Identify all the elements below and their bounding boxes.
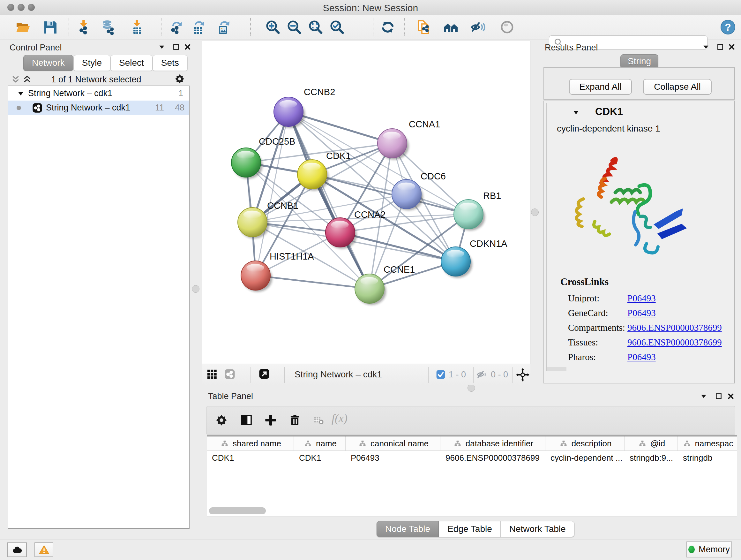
tab-edge-table[interactable]: Edge Table [439,521,501,537]
export-image-icon[interactable] [215,19,232,36]
crosslink-link[interactable]: 9606.ENSP00000378699 [627,337,722,348]
open-session-icon[interactable] [15,19,31,36]
crosslink-link[interactable]: P06493 [627,308,656,318]
selected-node-edge-count: 1 - 0 [449,370,466,380]
detach-view-icon[interactable] [259,368,270,379]
help-icon[interactable]: ? [720,19,736,36]
panel-float-icon[interactable] [713,391,724,401]
column-header--id[interactable]: @id [624,436,678,450]
import-table-icon[interactable] [129,19,145,36]
crosslink-row: Compartments:9606.ENSP00000378699 [568,320,728,335]
network-node[interactable] [454,199,483,229]
tab-sets[interactable]: Sets [152,55,188,71]
show-columns-icon[interactable] [237,411,256,429]
network-node[interactable] [378,129,407,159]
gene-entry: CDK1 cyclin-dependent kinase 1 [546,103,732,371]
import-network-database-icon[interactable] [100,19,117,36]
panel-collapse-icon[interactable] [156,42,167,52]
gene-symbol: CDK1 [595,106,623,118]
panel-close-icon[interactable] [725,391,736,401]
zoom-in-icon[interactable] [265,19,281,36]
selected-checkbox-icon[interactable] [435,369,446,380]
table-row[interactable]: CDK1CDK1P064939606.ENSP00000378699cyclin… [207,451,737,465]
hidden-eye-icon[interactable] [476,369,487,380]
table-panel: Table Panel f(x) shared namenamecanonica… [202,391,741,538]
vertical-splitter-right[interactable] [531,41,539,386]
panel-float-icon[interactable] [715,42,726,52]
current-network-indicator [17,106,21,110]
zoom-selected-icon[interactable] [329,19,345,36]
panel-close-icon[interactable] [726,42,737,52]
results-button-bar: Expand All Collapse All [543,67,735,100]
network-node[interactable] [297,160,327,189]
network-view-canvas[interactable]: CCNB2CCNA1CDC25BCDK1CDC6RB1CCNB1CCNA2CDK… [202,41,530,364]
memory-button[interactable]: Memory [686,542,732,557]
tree-expander-icon[interactable] [15,88,26,99]
warnings-button[interactable] [35,543,53,557]
birds-eye-toggle-icon[interactable] [516,368,529,381]
new-network-from-selection-icon[interactable] [415,19,432,36]
show-grid-icon[interactable] [206,369,217,380]
tab-network[interactable]: Network [23,55,73,71]
column-type-icon [452,438,463,449]
column-header-name[interactable]: name [294,436,346,450]
network-overview-icon[interactable] [224,369,235,380]
column-header-namespac[interactable]: namespac [678,436,737,450]
tab-style[interactable]: Style [73,55,111,71]
network-options-gear-icon[interactable] [174,73,185,84]
column-header-canonical-name[interactable]: canonical name [346,436,441,450]
node-label: CCNA2 [354,209,386,220]
results-panel: Results Panel String Expand All Collapse… [539,41,741,386]
tab-string[interactable]: String [620,54,658,68]
zoom-fit-icon[interactable] [307,19,324,36]
panel-collapse-icon[interactable] [700,42,711,52]
apply-layout-icon[interactable] [380,19,396,36]
results-hscrollbar[interactable] [547,367,566,371]
panel-collapse-icon[interactable] [698,391,709,401]
node-label: CCNE1 [384,264,415,274]
splitter-handle[interactable] [531,208,539,216]
column-header-database-identifier[interactable]: database identifier [441,436,545,450]
export-table-icon[interactable] [190,19,207,36]
string-network-graph[interactable]: CCNB2CCNA1CDC25BCDK1CDC6RB1CCNB1CCNA2CDK… [202,41,530,364]
column-type-icon [558,438,569,449]
first-neighbors-icon[interactable] [443,19,459,36]
cloud-status-button[interactable] [7,543,27,557]
panel-float-icon[interactable] [171,42,182,52]
column-type-icon [219,438,230,449]
hide-selected-icon[interactable] [470,19,486,36]
table-hscrollbar-thumb[interactable] [209,507,266,514]
vertical-splitter-left[interactable] [190,41,201,530]
table-cell: stringdb:9... [624,451,678,465]
collapse-all-button[interactable]: Collapse All [643,79,712,95]
crosslink-row: Tissues:9606.ENSP00000378699 [568,335,728,350]
tab-node-table[interactable]: Node Table [377,521,439,537]
network-row[interactable]: String Network – cdk1 11 48 [8,101,189,115]
network-node[interactable] [274,97,303,126]
export-network-icon[interactable] [168,19,185,36]
create-column-icon[interactable] [261,411,280,429]
entry-expander-icon[interactable] [570,107,582,118]
zoom-out-icon[interactable] [286,19,302,36]
splitter-handle[interactable] [192,285,199,293]
network-collection-row[interactable]: String Network – cdk1 1 [8,86,189,101]
crosslink-link[interactable]: 9606.ENSP00000378699 [627,322,722,333]
network-node[interactable] [355,274,384,303]
tab-network-table[interactable]: Network Table [501,521,575,537]
delete-column-icon[interactable] [286,411,304,429]
save-session-icon[interactable] [42,19,58,36]
expand-all-button[interactable]: Expand All [569,79,632,95]
crosslink-link[interactable]: P06493 [627,293,656,304]
table-settings-gear-icon[interactable] [212,411,231,429]
network-node[interactable] [441,247,470,276]
control-panel-title: Control Panel [10,43,62,53]
column-header-description[interactable]: description [545,436,624,450]
tab-select[interactable]: Select [111,55,152,71]
crosslink-link[interactable]: P06493 [627,352,656,362]
column-header-shared-name[interactable]: shared name [207,436,294,450]
network-node[interactable] [392,179,421,209]
import-network-file-icon[interactable] [76,19,92,36]
network-node[interactable] [238,207,267,237]
show-all-icon[interactable] [499,19,515,36]
node-table[interactable]: shared namenamecanonical namedatabase id… [207,435,737,517]
